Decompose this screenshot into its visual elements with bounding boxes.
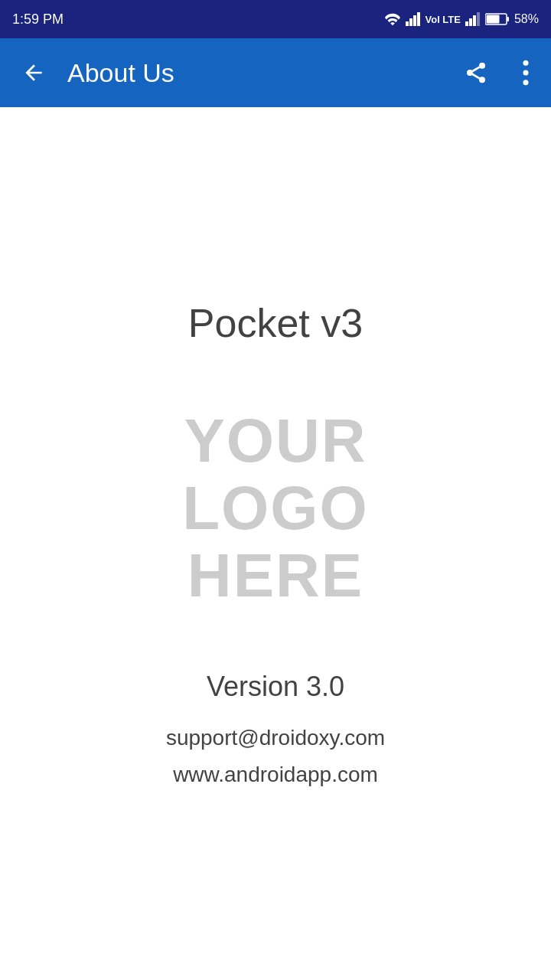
back-arrow-icon <box>21 60 46 85</box>
logo-line-2: LOGO <box>182 475 369 542</box>
status-icons: Vol LTE 58% <box>384 12 540 26</box>
status-bar: 1:59 PM Vol LTE 58% <box>0 0 551 38</box>
support-email: support@droidoxy.com <box>166 726 385 750</box>
svg-rect-2 <box>413 15 416 26</box>
status-time: 1:59 PM <box>12 11 64 28</box>
wifi-icon <box>384 12 401 26</box>
share-icon <box>464 60 488 85</box>
logo-line-3: HERE <box>187 542 364 609</box>
lte-indicator: Vol LTE <box>425 14 461 25</box>
svg-line-15 <box>472 67 479 71</box>
svg-rect-4 <box>465 21 468 26</box>
svg-rect-1 <box>409 18 412 26</box>
version-label: Version 3.0 <box>207 671 344 703</box>
time-display: 1:59 PM <box>12 11 64 28</box>
svg-point-12 <box>467 70 473 76</box>
more-options-button[interactable] <box>516 54 536 92</box>
logo-placeholder: YOUR LOGO HERE <box>182 407 369 609</box>
svg-rect-10 <box>486 15 499 24</box>
svg-rect-6 <box>473 15 476 26</box>
signal-icon <box>406 12 421 26</box>
back-button[interactable] <box>15 54 52 91</box>
app-name-label: Pocket v3 <box>188 300 363 346</box>
svg-rect-5 <box>469 18 472 26</box>
page-title: About Us <box>67 58 458 88</box>
share-button[interactable] <box>458 54 494 91</box>
action-buttons <box>458 54 536 92</box>
svg-rect-3 <box>417 12 420 26</box>
svg-point-13 <box>479 77 485 83</box>
svg-point-17 <box>523 70 528 75</box>
svg-rect-7 <box>477 12 480 26</box>
battery-icon <box>485 12 510 26</box>
svg-point-11 <box>479 63 485 69</box>
svg-line-14 <box>472 74 479 78</box>
main-content: Pocket v3 YOUR LOGO HERE Version 3.0 sup… <box>0 107 551 980</box>
svg-rect-9 <box>507 17 509 21</box>
website-link[interactable]: www.androidapp.com <box>173 763 378 787</box>
svg-point-16 <box>523 60 528 66</box>
battery-percentage: 58% <box>514 12 539 26</box>
app-bar: About Us <box>0 38 551 107</box>
logo-line-1: YOUR <box>184 407 367 475</box>
svg-rect-0 <box>406 21 409 26</box>
svg-point-18 <box>523 80 528 85</box>
more-vertical-icon <box>522 60 530 86</box>
signal-icon-2 <box>465 12 481 26</box>
